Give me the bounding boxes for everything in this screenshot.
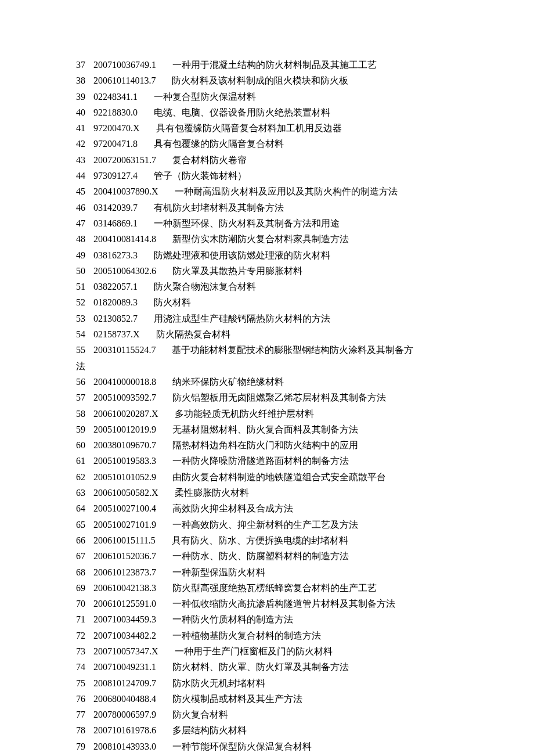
patent-row: 45200410037890.X一种耐高温防火材料及应用以及其防火构件的制造方法: [76, 183, 499, 199]
row-number: 72: [76, 631, 85, 640]
patent-number: 97309127.4: [93, 171, 138, 181]
row-number: 50: [76, 266, 85, 276]
patent-title: 电缆、电脑、仪器设备用防火绝热装置材料: [154, 107, 330, 117]
patent-title: 防火罩及其散热片专用膨胀材料: [172, 266, 302, 276]
patent-number: 200510064302.6: [93, 266, 156, 276]
patent-list: 37200710036749.1一种用于混凝土结构的防火材料制品及其施工工艺38…: [76, 57, 499, 754]
row-number: 46: [76, 203, 85, 213]
row-number: 42: [76, 139, 85, 149]
patent-row: 72200710034482.2一种植物基防火复合材料的制造方法: [76, 628, 499, 643]
patent-row: 3902248341.1一种复合型防火保温材料: [76, 89, 499, 105]
patent-number: 200610123873.7: [93, 567, 156, 577]
patent-title: 具有包覆缘的防火隔音复合材料: [154, 139, 284, 149]
patent-title: 防火材料、防火罩、防火灯罩及其制备方法: [172, 662, 349, 672]
patent-title: 管子（防火装饰材料）: [154, 171, 247, 181]
patent-number: 200710034459.3: [93, 614, 156, 624]
patent-row: 5103822057.1防火聚合物泡沫复合材料: [76, 279, 499, 294]
row-number: 48: [76, 234, 85, 244]
patent-row: 78200710161978.6多层结构防火材料: [76, 722, 499, 738]
row-number: 53: [76, 314, 85, 323]
row-number: 69: [76, 583, 85, 593]
patent-number: 200720063151.7: [93, 155, 156, 165]
row-number: 61: [76, 456, 85, 466]
patent-number: 200510027100.4: [93, 503, 156, 513]
patent-row: 4497309127.4管子（防火装饰材料）: [76, 168, 499, 183]
row-number: 39: [76, 92, 85, 102]
patent-row: 69200610042138.3防火型高强度绝热瓦楞纸蜂窝复合材料的生产工艺: [76, 580, 499, 596]
patent-title: 防火材料: [154, 297, 191, 307]
patent-title: 防火隔热复合材料: [156, 329, 230, 339]
patent-number: 92218830.0: [93, 107, 138, 117]
patent-number: 200610042138.3: [93, 583, 156, 593]
patent-title: 有机防火封堵材料及其制备方法: [154, 203, 284, 213]
row-number: 38: [76, 75, 85, 85]
row-number: 60: [76, 440, 85, 450]
patent-row: 5201820089.3防火材料: [76, 294, 499, 310]
patent-row: 57200510093592.7防火铝塑板用无卤阻燃聚乙烯芯层材料及其制备方法: [76, 390, 499, 405]
row-number: 70: [76, 599, 85, 609]
patent-row: 58200610020287.X多功能轻质无机防火纤维护层材料: [76, 406, 499, 422]
patent-row: 56200410000018.8纳米环保防火矿物绝缘材料: [76, 374, 499, 390]
patent-title: 新型仿实木防潮防火复合材料家具制造方法: [172, 234, 349, 244]
patent-number: 03816273.3: [93, 250, 138, 260]
patent-title: 一种防火降噪防滑隧道路面材料的制备方法: [172, 456, 349, 466]
patent-row: 65200510027101.9一种高效防火、抑尘新材料的生产工艺及方法: [76, 517, 499, 532]
patent-number: 200510093592.7: [93, 393, 156, 402]
row-number: 44: [76, 171, 85, 181]
patent-row: 62200510101052.9由防火复合材料制造的地铁隧道组合式安全疏散平台: [76, 469, 499, 485]
patent-number: 02248341.1: [93, 92, 138, 102]
patent-title: 一种用于生产门框窗框及门的防火材料: [175, 646, 333, 656]
patent-number: 200710161978.6: [93, 725, 156, 735]
row-number: 41: [76, 123, 85, 133]
patent-row: 4197200470.X具有包覆缘防火隔音复合材料加工机用反边器: [76, 120, 499, 136]
patent-row: 5302130852.7用浇注成型生产硅酸钙隔热防火材料的方法: [76, 311, 499, 326]
patent-number: 200610020287.X: [93, 409, 158, 419]
patent-row: 63200610050582.X柔性膨胀防火材料: [76, 485, 499, 501]
patent-title: 防火复合材料: [172, 710, 228, 719]
patent-number: 02158737.X: [93, 329, 140, 339]
patent-row: 70200610125591.0一种低收缩防火高抗渗盾构隧道管片材料及其制备方法: [76, 596, 499, 611]
patent-row: 61200510019583.3一种防火降噪防滑隧道路面材料的制备方法: [76, 453, 499, 469]
patent-number: 200310115524.7: [93, 345, 156, 355]
patent-title: 一种防水、防火、防腐塑料材料的制造方法: [172, 551, 349, 561]
patent-title: 基于功能材料复配技术的膨胀型钢结构防火涂料及其制备方: [172, 345, 413, 355]
patent-row: 76200680040488.4防火模制品或材料及其生产方法: [76, 691, 499, 707]
patent-row: 48200410081414.8新型仿实木防潮防火复合材料家具制造方法: [76, 231, 499, 247]
patent-row: 64200510027100.4高效防火抑尘材料及合成方法: [76, 501, 499, 516]
patent-number: 200510012019.9: [93, 424, 156, 434]
row-number: 62: [76, 472, 85, 482]
row-number: 45: [76, 186, 85, 196]
patent-title-continuation: 法: [76, 358, 499, 374]
row-number: 76: [76, 694, 85, 704]
patent-title: 防火材料及该材料制成的阻火模块和防火板: [172, 75, 348, 85]
patent-number: 200610015111.5: [93, 535, 156, 545]
patent-title: 一种节能环保型防火保温复合材料: [172, 741, 312, 751]
patent-title: 防火型高强度绝热瓦楞纸蜂窝复合材料的生产工艺: [172, 583, 377, 593]
patent-row: 77200780006597.9防火复合材料: [76, 707, 499, 722]
row-number: 57: [76, 393, 85, 402]
patent-number: 200810124709.7: [93, 678, 156, 688]
patent-row: 4703146869.1一种新型环保、防火材料及其制备方法和用途: [76, 215, 499, 231]
patent-title: 一种耐高温防火材料及应用以及其防火构件的制造方法: [175, 186, 398, 196]
patent-title: 高效防火抑尘材料及合成方法: [172, 503, 293, 513]
patent-number: 200610152036.7: [93, 551, 156, 561]
patent-number: 200680040488.4: [93, 694, 156, 704]
patent-row: 79200810143933.0一种节能环保型防火保温复合材料: [76, 739, 499, 754]
row-number: 49: [76, 250, 85, 260]
patent-row: 75200810124709.7防水防火无机封堵材料: [76, 675, 499, 691]
patent-number: 200810143933.0: [93, 741, 156, 751]
patent-number: 200780006597.9: [93, 710, 156, 719]
patent-title: 具有包覆缘防火隔音复合材料加工机用反边器: [156, 123, 342, 133]
row-number: 52: [76, 297, 85, 307]
patent-number: 200380109670.7: [93, 440, 156, 450]
row-number: 74: [76, 662, 85, 672]
patent-row: 73200710057347.X一种用于生产门框窗框及门的防火材料: [76, 643, 499, 659]
patent-row: 71200710034459.3一种防火竹质材料的制造方法: [76, 611, 499, 627]
patent-title: 纳米环保防火矿物绝缘材料: [172, 377, 284, 387]
patent-row: 67200610152036.7一种防水、防火、防腐塑料材料的制造方法: [76, 548, 499, 564]
patent-title: 复合材料防火卷帘: [172, 155, 247, 165]
patent-row: 74200710049231.1防火材料、防火罩、防火灯罩及其制备方法: [76, 659, 499, 675]
patent-title: 用浇注成型生产硅酸钙隔热防火材料的方法: [154, 314, 330, 323]
patent-number: 03146869.1: [93, 218, 138, 228]
patent-title: 一种复合型防火保温材料: [154, 92, 256, 102]
